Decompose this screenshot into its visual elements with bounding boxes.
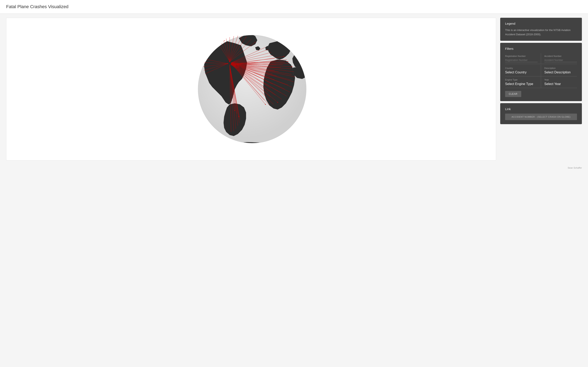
accident-number-input[interactable]: [544, 58, 577, 62]
svg-point-79: [287, 61, 288, 62]
year-label: Year: [544, 78, 577, 81]
filters-card: Filters Registration Number Accident Num…: [500, 43, 582, 101]
filter-row-country: Country Select Country Description Selec…: [505, 65, 577, 76]
year-field: Year Select Year: [541, 76, 577, 88]
accident-number-label: Accident Number: [544, 55, 577, 57]
svg-point-76: [229, 61, 230, 62]
globe-container: [194, 24, 308, 154]
country-field: Country Select Country: [505, 65, 541, 76]
legend-description: This is an interactive visualization for…: [505, 28, 577, 37]
description-select[interactable]: Select Description: [544, 71, 577, 74]
svg-point-84: [234, 110, 235, 111]
registration-number-field: Registration Number: [505, 53, 541, 64]
footer-author: Sean Schaffer: [568, 167, 582, 169]
country-label: Country: [505, 67, 537, 69]
accident-number-field: Accident Number: [541, 53, 577, 64]
engine-type-select[interactable]: Select Engine Type: [505, 82, 537, 86]
svg-point-87: [246, 37, 246, 38]
filter-row-ids: Registration Number Accident Number: [505, 53, 577, 64]
engine-type-label: Engine Type: [505, 78, 537, 81]
registration-number-label: Registration Number: [505, 55, 537, 57]
main-content: Legend This is an interactive visualizat…: [0, 14, 588, 165]
filters-title: Filters: [505, 47, 577, 50]
page-header: Fatal Plane Crashes Visualized: [0, 0, 588, 14]
svg-point-82: [265, 104, 266, 105]
country-select[interactable]: Select Country: [505, 71, 537, 74]
svg-point-77: [227, 63, 228, 64]
accident-link-button[interactable]: ACCIDENT NUMBER - (SELECT CRASH ON GLOBE…: [505, 114, 577, 120]
filter-row-engine: Engine Type Select Engine Type Year Sele…: [505, 76, 577, 88]
svg-point-81: [283, 56, 284, 57]
svg-point-83: [277, 102, 278, 103]
right-panel: Legend This is an interactive visualizat…: [500, 18, 582, 124]
registration-number-input[interactable]: [505, 58, 537, 62]
link-title: Link: [505, 107, 577, 111]
legend-title: Legend: [505, 22, 577, 25]
page-title: Fatal Plane Crashes Visualized: [6, 4, 582, 9]
svg-point-88: [224, 40, 225, 41]
legend-card: Legend This is an interactive visualizat…: [500, 18, 582, 41]
svg-point-75: [231, 63, 232, 64]
page-footer: Sean Schaffer: [0, 165, 588, 171]
description-label: Description: [544, 67, 577, 69]
globe-panel: [6, 18, 496, 160]
engine-type-field: Engine Type Select Engine Type: [505, 76, 541, 88]
clear-button[interactable]: CLEAR: [505, 91, 521, 97]
svg-point-80: [292, 66, 292, 67]
link-card: Link ACCIDENT NUMBER - (SELECT CRASH ON …: [500, 103, 582, 124]
description-field: Description Select Description: [541, 65, 577, 76]
globe-visualization[interactable]: [194, 24, 308, 154]
year-select[interactable]: Select Year: [544, 82, 577, 86]
svg-point-78: [231, 64, 232, 65]
svg-point-85: [238, 116, 239, 117]
svg-point-86: [255, 42, 256, 43]
